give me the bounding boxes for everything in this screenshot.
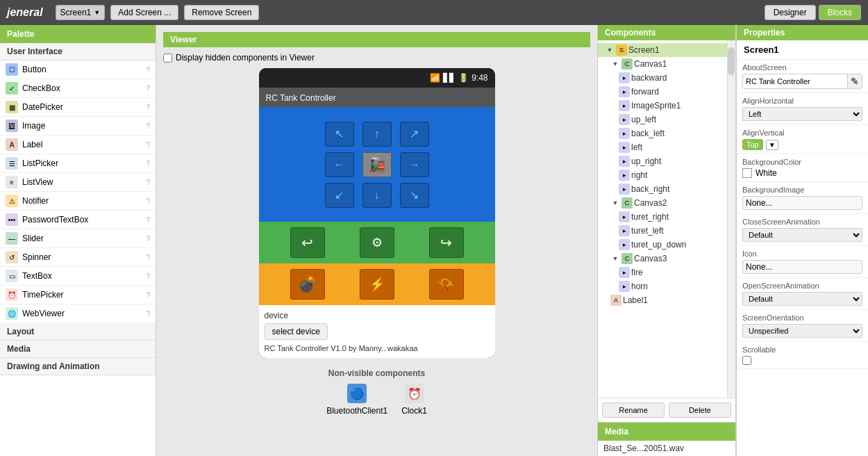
about-screen-label: AboutScreen bbox=[742, 63, 862, 72]
palette-panel: Palette User Interface ☐ Button ? ✓ Chec… bbox=[0, 25, 156, 456]
about-screen-edit-icon[interactable]: ✎ bbox=[847, 74, 862, 88]
palette-item-listview[interactable]: ≡ ListView ? bbox=[0, 173, 156, 192]
palette-item-image[interactable]: 🖼 Image ? bbox=[0, 117, 156, 136]
media-section-header[interactable]: Media bbox=[0, 341, 156, 358]
remove-screen-button[interactable]: Remove Screen bbox=[184, 5, 259, 20]
viewer-panel: Viewer Display hidden components in View… bbox=[156, 25, 597, 456]
tree-up-right[interactable]: ▸ up_right bbox=[598, 154, 727, 168]
checkbox-icon: ✓ bbox=[6, 82, 18, 95]
horn-btn[interactable]: 📯 bbox=[429, 269, 464, 300]
open-anim-select[interactable]: Default Fade Zoom SlideLeft SlideRight bbox=[742, 292, 862, 306]
about-screen-input[interactable] bbox=[743, 76, 847, 87]
turet-up-down-icon: ▸ bbox=[619, 239, 630, 250]
rename-button[interactable]: Rename bbox=[602, 402, 665, 418]
controls-grid: ↖ ↑ ↗ ← 🚂 → ↙ ↓ ↘ bbox=[322, 120, 432, 209]
forward-btn[interactable]: ↑ bbox=[362, 122, 392, 147]
turet-left-btn[interactable]: ↩ bbox=[290, 227, 325, 258]
tree-screen1[interactable]: ▼ S Screen1 bbox=[598, 43, 727, 57]
palette-item-listpicker[interactable]: ☰ ListPicker ? bbox=[0, 154, 156, 173]
palette-item-spinner[interactable]: ↺ Spinner ? bbox=[0, 248, 156, 267]
bg-color-box[interactable] bbox=[742, 168, 752, 178]
align-vertical-dropdown-arrow[interactable]: ▼ bbox=[766, 140, 778, 150]
scroll-thumb bbox=[728, 47, 735, 75]
canvas2-toggle[interactable]: ▼ bbox=[610, 198, 620, 208]
back-left-btn[interactable]: ↙ bbox=[325, 183, 354, 208]
palette-item-textbox[interactable]: ▭ TextBox ? bbox=[0, 267, 156, 286]
right-btn[interactable]: → bbox=[400, 152, 429, 177]
topbar: jeneral Screen1 ▼ Add Screen ... Remove … bbox=[0, 0, 868, 25]
icon-select[interactable]: None... bbox=[742, 260, 862, 274]
up-left-btn[interactable]: ↖ bbox=[325, 122, 354, 147]
bg-color-label: BackgroundColor bbox=[742, 158, 862, 166]
screen1-dropdown[interactable]: Screen1 ▼ bbox=[56, 5, 106, 20]
slider-icon: — bbox=[6, 232, 18, 245]
fire-btn[interactable]: 💣 bbox=[290, 269, 325, 300]
extra-btn[interactable]: ⚡ bbox=[360, 269, 394, 300]
bg-image-select[interactable]: None... bbox=[742, 196, 862, 210]
palette-item-passwordtextbox[interactable]: ••• PasswordTextBox ? bbox=[0, 211, 156, 229]
listview-icon: ≡ bbox=[6, 176, 18, 188]
tree-left[interactable]: ▸ left bbox=[598, 140, 727, 154]
tree-fire[interactable]: ▸ fire bbox=[598, 266, 727, 279]
palette-item-slider[interactable]: — Slider ? bbox=[0, 229, 156, 248]
delete-button[interactable]: Delete bbox=[669, 402, 731, 418]
screen1-toggle[interactable]: ▼ bbox=[605, 45, 615, 55]
turet-right-btn[interactable]: ↪ bbox=[429, 227, 464, 258]
phone-body: device select device RC Tank Controller … bbox=[259, 305, 495, 358]
palette-item-webviewer[interactable]: 🌐 WebViewer ? bbox=[0, 304, 156, 323]
label1-icon: A bbox=[610, 295, 621, 306]
passwordtextbox-icon: ••• bbox=[6, 213, 18, 226]
orientation-select[interactable]: Unspecified Portrait Landscape bbox=[742, 324, 862, 338]
layout-section-header[interactable]: Layout bbox=[0, 323, 156, 341]
palette-item-label[interactable]: A Label ? bbox=[0, 136, 156, 154]
tree-right[interactable]: ▸ right bbox=[598, 168, 727, 182]
palette-item-checkbox[interactable]: ✓ CheckBox ? bbox=[0, 79, 156, 98]
horn-icon: ▸ bbox=[619, 281, 630, 292]
canvas3-toggle[interactable]: ▼ bbox=[610, 254, 620, 263]
phone-frame: 📶 ▋▋ 🔋 9:48 RC Tank Controller ↖ ↑ ↗ ← 🚂 bbox=[259, 68, 495, 358]
tree-up-left[interactable]: ▸ up_left bbox=[598, 113, 727, 127]
tree-canvas1[interactable]: ▼ C Canvas1 bbox=[598, 57, 727, 71]
backward-btn[interactable]: ↓ bbox=[362, 183, 392, 208]
notifier-icon: ⚠ bbox=[6, 195, 18, 207]
tree-turet-right[interactable]: ▸ turet_right bbox=[598, 210, 727, 224]
wifi-icon: 📶 bbox=[430, 73, 440, 83]
ui-section-header: User Interface bbox=[0, 43, 156, 60]
palette-item-datepicker[interactable]: ▦ DatePicker ? bbox=[0, 98, 156, 117]
textbox-icon: ▭ bbox=[6, 270, 18, 282]
canvas2-icon: C bbox=[621, 197, 633, 209]
drawing-section-header[interactable]: Drawing and Animation bbox=[0, 358, 156, 375]
designer-button[interactable]: Designer bbox=[765, 5, 816, 20]
tree-imagesprite1[interactable]: ▸ ImageSprite1 bbox=[598, 99, 727, 113]
imagesprite1-icon: ▸ bbox=[619, 100, 630, 111]
tree-canvas2[interactable]: ▼ C Canvas2 bbox=[598, 196, 727, 210]
tree-canvas3[interactable]: ▼ C Canvas3 bbox=[598, 252, 727, 266]
tree-turet-up-down[interactable]: ▸ turet_up_down bbox=[598, 238, 727, 252]
scrollable-checkbox[interactable] bbox=[742, 356, 751, 365]
tree-forward[interactable]: ▸ forward bbox=[598, 85, 727, 99]
left-btn[interactable]: ← bbox=[325, 152, 354, 177]
canvas1-toggle[interactable]: ▼ bbox=[610, 59, 620, 69]
close-anim-select[interactable]: Default Fade Zoom SlideLeft SlideRight bbox=[742, 228, 862, 242]
bg-color-value: White bbox=[756, 168, 777, 178]
prop-close-anim: CloseScreenAnimation Default Fade Zoom S… bbox=[737, 214, 868, 246]
up-right-btn[interactable]: ↗ bbox=[400, 122, 429, 147]
canvas1: ↖ ↑ ↗ ← 🚂 → ↙ ↓ ↘ bbox=[259, 107, 495, 222]
turet-up-down-btn[interactable]: ⚙ bbox=[360, 227, 394, 258]
align-horizontal-select[interactable]: Left Center Right bbox=[742, 107, 862, 121]
tree-backward[interactable]: ▸ backward bbox=[598, 71, 727, 85]
palette-item-notifier[interactable]: ⚠ Notifier ? bbox=[0, 192, 156, 211]
tree-back-right[interactable]: ▸ back_right bbox=[598, 182, 727, 196]
tree-back-left[interactable]: ▸ back_left bbox=[598, 127, 727, 140]
blocks-button[interactable]: Blocks bbox=[819, 5, 861, 20]
tree-horn[interactable]: ▸ horn bbox=[598, 279, 727, 293]
tree-scrollbar[interactable] bbox=[727, 40, 735, 398]
palette-item-timepicker[interactable]: ⏰ TimePicker ? bbox=[0, 286, 156, 304]
display-hidden-checkbox[interactable] bbox=[163, 54, 172, 63]
add-screen-button[interactable]: Add Screen ... bbox=[110, 5, 178, 20]
select-device-button[interactable]: select device bbox=[265, 323, 328, 340]
back-right-btn[interactable]: ↘ bbox=[400, 183, 429, 208]
tree-turet-left[interactable]: ▸ turet_left bbox=[598, 224, 727, 238]
palette-item-button[interactable]: ☐ Button ? bbox=[0, 60, 156, 79]
tree-label1[interactable]: A Label1 bbox=[598, 293, 727, 307]
